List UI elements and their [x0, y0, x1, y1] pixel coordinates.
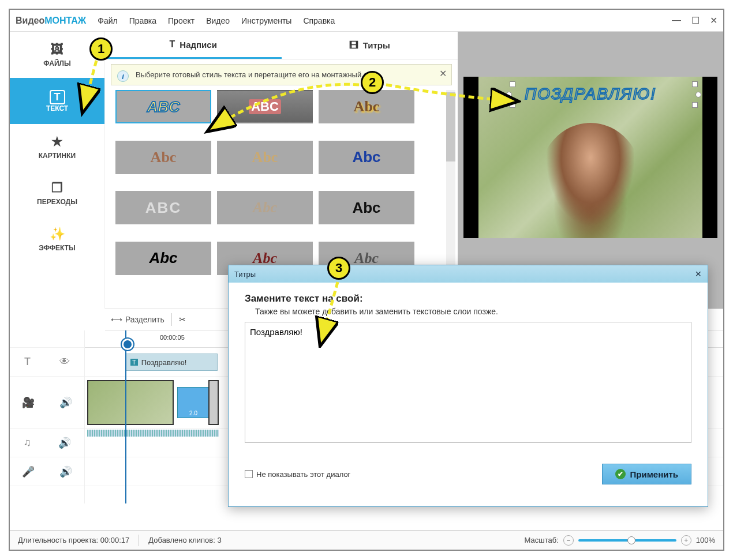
dialog-close-icon[interactable]: ✕ [695, 269, 702, 279]
camera-icon[interactable]: 🎥 [22, 396, 35, 409]
speaker-icon[interactable]: 🔊 [59, 396, 72, 409]
caption-icon: T [170, 39, 175, 50]
titles-dialog: Титры ✕ Замените текст на свой: Также вы… [228, 265, 708, 507]
resize-handle[interactable] [692, 81, 698, 87]
menu-tools[interactable]: Инструменты [241, 16, 291, 25]
dialog-title: Титры [234, 270, 256, 279]
text-icon: T [50, 90, 65, 104]
text-track-icon[interactable]: T [24, 356, 31, 368]
logo-part2: МОНТАЖ [44, 16, 86, 25]
resize-handle[interactable] [695, 92, 701, 97]
apply-button[interactable]: ✔ Применить [602, 464, 691, 484]
status-bar: Длительность проекта: 00:00:17 Добавлено… [10, 530, 723, 550]
split-label: Разделить [125, 315, 164, 324]
star-icon: ★ [51, 134, 63, 149]
cut-button[interactable]: ✂ [179, 315, 186, 324]
zoom-in-button[interactable]: + [681, 535, 691, 546]
eye-icon[interactable]: 👁 [59, 356, 70, 368]
text-clip[interactable]: T Поздравляю! [125, 354, 218, 371]
sidebar-label-transitions: ПЕРЕХОДЫ [37, 198, 77, 206]
check-icon: ✔ [615, 469, 626, 479]
app-window: ВидеоМОНТАЖ Файл Правка Проект Видео Инс… [9, 9, 724, 551]
annotation-badge-2: 2 [361, 71, 384, 94]
preview-caption[interactable]: ПОЗДРАВЛЯЮ! [525, 85, 656, 103]
annotation-badge-1: 1 [89, 37, 113, 61]
zoom-control: Масштаб: − + 100% [525, 535, 715, 546]
apply-label: Применить [630, 469, 678, 479]
duration-value: 00:00:17 [100, 536, 130, 544]
dialog-body: Замените текст на свой: Также вы можете … [229, 283, 708, 456]
styles-scrollbar[interactable] [446, 90, 455, 286]
text-clip-icon: T [130, 359, 138, 366]
dialog-titlebar[interactable]: Титры ✕ [229, 265, 708, 283]
timeline-track-headers: T 👁 🎥 🔊 ♫ 🔊 🎤 🔊 [10, 330, 85, 503]
toolbar-separator [171, 313, 172, 326]
video-track-header: 🎥 🔊 [10, 377, 84, 429]
text-track-header: T 👁 [10, 348, 84, 377]
menu-file[interactable]: Файл [98, 16, 117, 25]
dialog-footer: Не показывать этот диалог ✔ Применить [229, 456, 708, 493]
info-close-icon[interactable]: ✕ [439, 68, 447, 79]
maximize-icon[interactable]: ☐ [691, 15, 700, 26]
menu-project[interactable]: Проект [168, 16, 195, 25]
text-clip-label: Поздравляю! [141, 358, 187, 367]
tab-credits[interactable]: 🎞 Титры [282, 32, 458, 59]
clips-label: Добавлено клипов: [148, 536, 215, 544]
voice-track-header: 🎤 🔊 [10, 457, 84, 486]
duration-label: Длительность проекта: [18, 536, 98, 544]
split-button[interactable]: ⟷ Разделить [111, 315, 164, 324]
minimize-icon[interactable]: — [672, 15, 681, 26]
style-card-4[interactable]: Abc [115, 141, 211, 174]
dont-show-label: Не показывать этот диалог [256, 470, 350, 479]
zoom-slider[interactable] [578, 539, 676, 542]
zoom-value: 100% [696, 536, 715, 544]
video-clip[interactable] [87, 380, 174, 425]
video-clip-2[interactable] [208, 380, 219, 425]
preview-person [538, 123, 642, 238]
dont-show-checkbox[interactable]: Не показывать этот диалог [245, 470, 350, 479]
menu-video[interactable]: Видео [206, 16, 230, 25]
status-separator [139, 535, 139, 546]
menu-edit[interactable]: Правка [129, 16, 156, 25]
transition-clip[interactable]: 2.0 [177, 387, 210, 418]
menubar: ВидеоМОНТАЖ Файл Правка Проект Видео Инс… [10, 10, 723, 32]
music-icon[interactable]: ♫ [23, 437, 31, 449]
annotation-arrow-1 [68, 56, 108, 119]
speaker-icon[interactable]: 🔊 [58, 437, 71, 449]
wand-icon: ✨ [50, 227, 65, 242]
sidebar-item-pictures[interactable]: ★ КАРТИНКИ [10, 124, 104, 170]
annotation-arrow-2a [200, 77, 362, 140]
mic-icon[interactable]: 🎤 [22, 465, 35, 478]
close-icon[interactable]: ✕ [710, 15, 717, 26]
scissors-icon: ✂ [179, 315, 186, 324]
clips-value: 3 [217, 536, 221, 544]
tab-captions-label: Надписи [179, 40, 217, 50]
style-card-9[interactable]: Abc [319, 191, 414, 224]
app-logo: ВидеоМОНТАЖ [16, 16, 86, 26]
style-card-7[interactable]: ABC [115, 191, 211, 224]
zoom-out-button[interactable]: − [563, 535, 574, 546]
style-card-10[interactable]: Abc [115, 242, 211, 275]
sidebar-label-files: ФАЙЛЫ [43, 59, 70, 67]
sidebar-label-text: ТЕКСТ [46, 104, 68, 112]
style-card-8[interactable]: Abc [217, 191, 313, 224]
menu-help[interactable]: Справка [303, 16, 335, 25]
style-card-6[interactable]: Abc [319, 141, 414, 174]
split-icon: ⟷ [111, 315, 122, 324]
resize-handle[interactable] [692, 102, 698, 108]
audio-track-header: ♫ 🔊 [10, 429, 84, 457]
tab-captions[interactable]: T Надписи [105, 32, 282, 59]
annotation-arrow-2b [383, 79, 521, 114]
playhead[interactable] [125, 330, 126, 503]
zoom-slider-thumb[interactable] [627, 536, 635, 544]
sidebar-label-pictures: КАРТИНКИ [39, 152, 76, 160]
style-card-5[interactable]: Abc [217, 141, 313, 174]
checkbox-icon[interactable] [245, 470, 253, 478]
annotation-badge-3: 3 [327, 257, 350, 280]
sidebar-item-transitions[interactable]: ❐ ПЕРЕХОДЫ [10, 170, 104, 216]
annotation-arrow-3 [311, 279, 346, 348]
speaker-icon[interactable]: 🔊 [59, 465, 72, 478]
sidebar-item-effects[interactable]: ✨ ЭФФЕКТЫ [10, 216, 104, 262]
zoom-label: Масштаб: [525, 536, 559, 544]
style-card-1[interactable]: ABC [115, 90, 211, 123]
